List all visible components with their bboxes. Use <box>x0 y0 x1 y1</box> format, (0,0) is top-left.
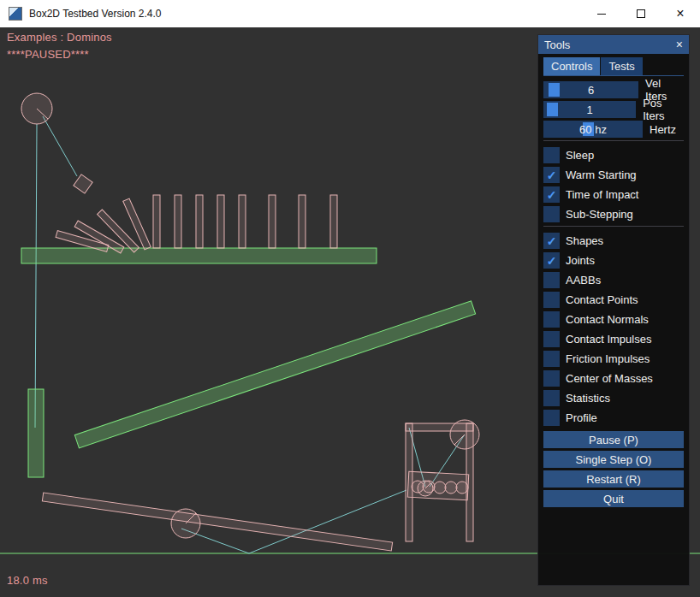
checkbox-box[interactable]: ✓ <box>543 233 560 249</box>
checkbox-label: Joints <box>566 254 595 267</box>
pendulum-box <box>74 174 92 193</box>
tools-window[interactable]: Tools × Controls Tests 6 Vel Iters 1 <box>537 34 690 586</box>
check-icon: ✓ <box>547 189 557 201</box>
checkbox-shapes[interactable]: ✓ Shapes <box>543 233 684 249</box>
separator <box>543 140 684 141</box>
checkbox-box[interactable]: ✓ <box>543 331 560 347</box>
tools-body: Controls Tests 6 Vel Iters 1 Pos Iters <box>538 54 689 513</box>
separator <box>543 226 684 227</box>
slider-row-pos-iters: 1 Pos Iters <box>543 101 684 118</box>
checkbox-box[interactable]: ✓ <box>543 292 560 308</box>
checkbox-label: Sub-Stepping <box>566 208 633 221</box>
quit-button[interactable]: Quit <box>543 490 684 507</box>
restart-button[interactable]: Restart (R) <box>543 470 684 488</box>
close-icon: × <box>676 7 684 21</box>
checkbox-label: Contact Normals <box>566 313 649 326</box>
tools-close-icon[interactable]: × <box>676 38 683 50</box>
checkbox-box[interactable]: ✓ <box>543 206 560 222</box>
check-icon: ✓ <box>547 255 557 267</box>
close-button[interactable]: × <box>661 0 700 27</box>
pos-iters-slider[interactable]: 1 <box>543 101 636 118</box>
checkbox-box[interactable]: ✓ <box>543 390 560 406</box>
checkbox-label: Statistics <box>566 392 610 405</box>
check-icon: ✓ <box>547 235 557 247</box>
checkbox-box[interactable]: ✓ <box>543 147 560 163</box>
window-titlebar[interactable]: Box2D Testbed Version 2.4.0 × <box>0 0 700 27</box>
checkbox-box[interactable]: ✓ <box>543 186 560 203</box>
checkbox-label: Warm Starting <box>566 168 637 181</box>
checkbox-contact-points[interactable]: ✓ Contact Points <box>543 292 684 308</box>
hertz-slider[interactable]: 60 hz <box>543 121 643 138</box>
maximize-button[interactable] <box>621 0 661 27</box>
slider-row-hertz: 60 hz Hertz <box>543 121 684 138</box>
checkbox-box[interactable]: ✓ <box>543 410 560 426</box>
slider-row-vel-iters: 6 Vel Iters <box>543 81 684 98</box>
maximize-icon <box>637 9 645 18</box>
example-label: Examples : Dominos <box>7 31 112 44</box>
checkbox-contact-impulses[interactable]: ✓ Contact Impulses <box>543 331 684 347</box>
checkbox-friction-impulses[interactable]: ✓ Friction Impulses <box>543 351 684 367</box>
domino-platform <box>21 248 377 263</box>
checkbox-sub-stepping[interactable]: ✓ Sub-Stepping <box>543 206 684 222</box>
checkbox-box[interactable]: ✓ <box>543 370 560 387</box>
checkbox-label: Sleep <box>566 149 594 162</box>
checkbox-warm-starting[interactable]: ✓ Warm Starting <box>543 167 684 183</box>
checkbox-profile[interactable]: ✓ Profile <box>543 410 684 426</box>
slider-grab[interactable] <box>547 103 558 116</box>
checkbox-aabbs[interactable]: ✓ AABBs <box>543 272 684 288</box>
checkbox-label: AABBs <box>566 274 601 287</box>
app-icon <box>9 7 22 21</box>
checkbox-time-of-impact[interactable]: ✓ Time of Impact <box>543 186 684 203</box>
tools-title: Tools <box>544 38 570 51</box>
pos-iters-label: Pos Iters <box>643 97 684 122</box>
window-controls: × <box>582 0 700 27</box>
minimize-button[interactable] <box>582 0 621 27</box>
check-icon: ✓ <box>547 169 557 181</box>
checkbox-label: Center of Masses <box>566 372 653 385</box>
checkbox-statistics[interactable]: ✓ Statistics <box>543 390 684 406</box>
hertz-value: 60 hz <box>579 123 607 136</box>
tools-tabbar: Controls Tests <box>543 57 684 76</box>
pause-button[interactable]: Pause (P) <box>543 431 684 448</box>
checkbox-sleep[interactable]: ✓ Sleep <box>543 147 684 163</box>
checkbox-joints[interactable]: ✓ Joints <box>543 252 684 269</box>
frame-time-label: 18.0 ms <box>7 574 48 587</box>
tools-titlebar[interactable]: Tools × <box>538 35 689 54</box>
slider-grab[interactable] <box>549 83 560 97</box>
checkbox-center-of-masses[interactable]: ✓ Center of Masses <box>543 370 684 387</box>
minimize-icon <box>597 14 606 15</box>
hertz-label: Hertz <box>650 123 676 136</box>
checkbox-contact-normals[interactable]: ✓ Contact Normals <box>543 311 684 328</box>
single-step-button[interactable]: Single Step (O) <box>543 451 684 468</box>
checkbox-box[interactable]: ✓ <box>543 252 560 269</box>
checkbox-label: Shapes <box>566 234 603 247</box>
tab-controls[interactable]: Controls <box>543 57 600 75</box>
dominoes <box>56 195 337 253</box>
checkbox-label: Friction Impulses <box>566 352 650 365</box>
simulation-canvas[interactable]: Examples : Dominos ****PAUSED**** 18.0 m… <box>0 27 700 597</box>
checkbox-label: Contact Impulses <box>566 333 651 346</box>
checkbox-box[interactable]: ✓ <box>543 167 560 183</box>
green-column <box>28 389 44 477</box>
checkbox-label: Contact Points <box>566 293 638 306</box>
checkbox-box[interactable]: ✓ <box>543 351 560 367</box>
pos-iters-value: 1 <box>586 103 592 116</box>
vel-iters-value: 6 <box>588 84 594 97</box>
window-title: Box2D Testbed Version 2.4.0 <box>29 8 162 20</box>
checkbox-label: Profile <box>566 411 597 424</box>
tab-tests[interactable]: Tests <box>601 57 642 75</box>
paused-label: ****PAUSED**** <box>7 48 89 61</box>
checkbox-box[interactable]: ✓ <box>543 272 560 288</box>
checkbox-label: Time of Impact <box>566 188 638 201</box>
checkbox-box[interactable]: ✓ <box>543 311 560 328</box>
vel-iters-slider[interactable]: 6 <box>543 81 638 98</box>
